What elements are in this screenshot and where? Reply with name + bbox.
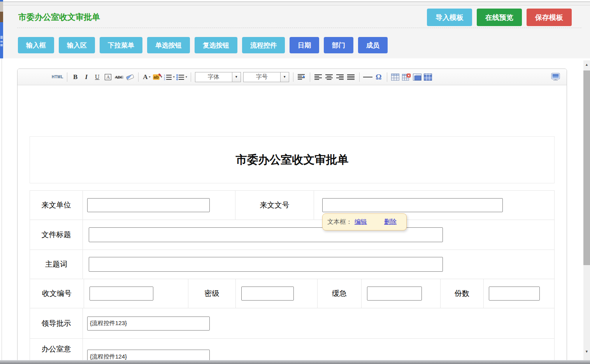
widget-tooltip: 文本框： 编辑 删除 (322, 213, 407, 230)
import-template-button[interactable]: 导入模板 (427, 9, 472, 26)
ordered-list-button[interactable]: 1 2 3 ▾ (164, 72, 175, 83)
table-properties-button[interactable] (423, 72, 433, 83)
table-row: 收文编号 密级 缓急 份数 (30, 279, 554, 308)
strikethrough-button[interactable]: ABC (114, 72, 124, 83)
secrecy-label: 密级 (188, 279, 236, 308)
remove-format-button[interactable] (125, 72, 135, 83)
chevron-down-icon: ▾ (173, 75, 175, 79)
widget-button-date[interactable]: 日期 (290, 37, 319, 53)
table-cell (84, 279, 188, 308)
html-icon: HTML (52, 75, 63, 79)
receipt-no-label: 收文编号 (30, 279, 84, 308)
scrollbar-thumb[interactable] (583, 70, 590, 265)
table-cell (83, 220, 554, 250)
indent-icon (298, 74, 306, 80)
table-cell (83, 250, 554, 279)
window-bottom-edge (0, 360, 590, 364)
indent-button[interactable] (297, 72, 306, 83)
receipt-no-input[interactable] (90, 287, 153, 301)
vertical-scrollbar[interactable]: ▲ ▼ (583, 60, 590, 360)
align-center-button[interactable] (325, 72, 334, 83)
align-justify-icon (347, 74, 355, 80)
table-cell (362, 279, 441, 308)
rich-text-editor: HTML B I U A ABC A▾ ab✎▾ 1 2 (17, 69, 567, 364)
leader-note-input[interactable] (87, 317, 210, 331)
font-size-label: 字号 (244, 72, 280, 82)
copies-label: 份数 (441, 279, 484, 308)
widget-button-bar: 输入框 输入区 下拉菜单 单选按钮 复选按钮 流程控件 日期 部门 成员 (18, 37, 388, 53)
tooltip-label: 文本框： (327, 218, 352, 226)
chevron-down-icon: ▾ (186, 75, 187, 79)
left-edge-strip (0, 22, 3, 58)
omega-icon: Ω (376, 73, 381, 81)
widget-button-dropdown[interactable]: 下拉菜单 (100, 37, 142, 53)
delete-table-button[interactable] (402, 72, 411, 83)
copies-input[interactable] (489, 287, 540, 301)
align-left-button[interactable] (314, 72, 323, 83)
align-right-button[interactable] (335, 72, 345, 83)
incoming-unit-label: 来文单位 (30, 191, 83, 220)
table-merge-button[interactable] (413, 72, 422, 83)
highlight-color-button[interactable]: ab✎▾ (153, 72, 162, 83)
scroll-up-arrow-icon[interactable]: ▲ (583, 61, 590, 68)
save-template-button[interactable]: 保存模板 (527, 9, 572, 26)
editor-toolbar: HTML B I U A ABC A▾ ab✎▾ 1 2 (18, 69, 567, 85)
editor-canvas[interactable]: 市委办公室收文审批单 来文单位 来文文号 文件标题 (18, 85, 567, 364)
table-cell (83, 191, 235, 220)
header-actions: 导入模板 在线预览 保存模板 (427, 9, 572, 26)
widget-button-checkbox[interactable]: 复选按钮 (195, 37, 237, 53)
svg-text:3: 3 (164, 78, 165, 80)
fullscreen-button[interactable] (551, 72, 560, 83)
italic-button[interactable]: I (82, 72, 91, 83)
align-right-icon (336, 74, 344, 80)
widget-button-radio[interactable]: 单选按钮 (147, 37, 190, 53)
insert-table-button[interactable] (391, 72, 400, 83)
subject-input[interactable] (89, 257, 443, 272)
incoming-number-label: 来文文号 (235, 191, 314, 220)
eraser-icon (125, 73, 135, 81)
online-preview-button[interactable]: 在线预览 (477, 9, 522, 26)
window-top-edge (0, 0, 590, 5)
toolbar-separator (293, 72, 293, 82)
form-title-box: 市委办公室收文审批单 (30, 136, 555, 183)
html-source-button[interactable]: HTML (52, 72, 63, 83)
font-color-button[interactable]: A▾ (142, 72, 151, 83)
table-row: 主题词 (30, 250, 554, 279)
font-frame-button[interactable]: A (104, 72, 113, 83)
edit-link[interactable]: 编辑 (355, 218, 367, 226)
unordered-list-button[interactable]: ▾ (176, 72, 187, 83)
secrecy-input[interactable] (241, 287, 294, 301)
table-row: 文件标题 (30, 220, 554, 250)
strikethrough-icon: ABC (115, 75, 123, 79)
toolbar-separator (310, 72, 310, 82)
app-window: 市委办公室收文审批单 导入模板 在线预览 保存模板 输入框 输入区 下拉菜单 单… (0, 0, 590, 364)
table-cell (236, 279, 318, 308)
fullscreen-monitor-icon (551, 73, 560, 81)
table-row: 来文单位 来文文号 (30, 191, 554, 220)
page-left-border (2, 58, 2, 360)
widget-button-flow-control[interactable]: 流程控件 (242, 37, 285, 53)
scroll-down-arrow-icon[interactable]: ▼ (583, 348, 590, 355)
widget-button-input-area[interactable]: 输入区 (59, 37, 95, 53)
horizontal-rule-button[interactable] (363, 72, 372, 83)
font-size-select[interactable]: 字号 ▼ (243, 72, 289, 82)
special-char-button[interactable]: Ω (374, 72, 383, 83)
align-justify-button[interactable] (346, 72, 356, 83)
underline-button[interactable]: U (93, 72, 102, 83)
incoming-number-input[interactable] (322, 198, 503, 212)
table-row: 领导批示 (30, 308, 554, 339)
widget-button-department[interactable]: 部门 (324, 37, 353, 53)
bold-button[interactable]: B (71, 72, 80, 83)
left-edge-strip (0, 2, 3, 12)
delete-link[interactable]: 删除 (384, 218, 397, 226)
underline-icon: U (95, 74, 100, 81)
divider (17, 28, 581, 28)
font-family-select[interactable]: 字体 ▼ (195, 72, 241, 82)
widget-button-member[interactable]: 成员 (358, 37, 388, 53)
ordered-list-icon: 1 2 3 (164, 74, 172, 80)
chevron-down-icon[interactable]: ▼ (232, 72, 241, 82)
urgency-input[interactable] (367, 287, 422, 301)
incoming-unit-input[interactable] (87, 198, 210, 212)
chevron-down-icon[interactable]: ▼ (280, 72, 289, 82)
widget-button-input-box[interactable]: 输入框 (18, 37, 54, 53)
